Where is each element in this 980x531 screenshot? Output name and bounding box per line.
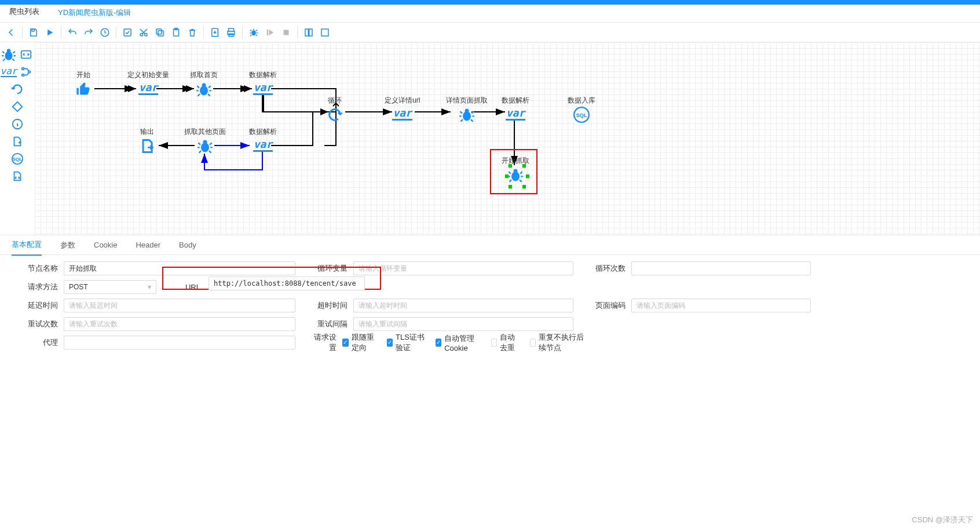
svg-point-35 (511, 172, 520, 181)
cut-icon[interactable] (136, 25, 151, 40)
export-icon[interactable] (207, 25, 222, 40)
copy-icon[interactable] (152, 25, 167, 40)
chevron-down-icon: ▾ (148, 283, 151, 291)
step-icon[interactable] (262, 25, 277, 40)
palette-info-icon[interactable] (10, 117, 25, 132)
cb-auto-dedup[interactable]: 自动去重 (491, 332, 520, 353)
layout1-icon[interactable] (301, 25, 316, 40)
palette-sql-icon[interactable]: SQL (10, 151, 25, 166)
input-node-name[interactable] (64, 261, 295, 275)
tab-params[interactable]: 参数 (60, 235, 75, 255)
redo-icon[interactable] (81, 25, 96, 40)
svg-rect-17 (309, 29, 312, 36)
input-retry-interval[interactable] (353, 317, 573, 331)
debug-icon[interactable] (246, 25, 261, 40)
paste-icon[interactable] (169, 25, 184, 40)
svg-point-28 (202, 83, 206, 88)
svg-rect-16 (305, 29, 308, 36)
form-area: 节点名称 请求方法 POST ▾ URL 延迟时间 重 (0, 255, 980, 359)
palette-bug-icon[interactable] (1, 47, 16, 62)
svg-point-20 (7, 49, 11, 53)
save-icon[interactable] (26, 25, 41, 40)
node-to-db[interactable]: 数据入库 SQL (568, 96, 595, 123)
palette-script-icon[interactable] (10, 169, 25, 184)
node-loop[interactable]: 循环 (327, 96, 343, 123)
palette-var-icon[interactable]: var (1, 64, 16, 79)
undo-icon[interactable] (65, 25, 80, 40)
palette-code-icon[interactable] (19, 47, 34, 62)
node-crawl-other[interactable]: 抓取其他页面 (184, 127, 226, 154)
palette-diamond-icon[interactable] (10, 99, 25, 114)
input-timeout[interactable] (353, 299, 573, 312)
node-parse1[interactable]: 数据解析 var (249, 70, 277, 95)
bug-icon (197, 138, 213, 154)
input-loop-count[interactable] (631, 261, 811, 275)
node-output[interactable]: 输出 (139, 127, 155, 154)
label-delay: 延迟时间 (6, 300, 64, 311)
input-url[interactable] (209, 277, 365, 290)
tab-edit[interactable]: YD新闻爬虫新版-编辑 (49, 3, 140, 22)
palette-branch-icon[interactable] (19, 64, 34, 79)
back-icon[interactable] (3, 25, 19, 40)
svg-point-4 (145, 33, 148, 36)
svg-point-3 (140, 33, 143, 36)
print-icon[interactable] (224, 25, 239, 40)
node-def-init-var[interactable]: 定义初始变量 var (127, 70, 169, 95)
node-crawl-home[interactable]: 抓取首页 (190, 70, 218, 97)
select-all-icon[interactable] (120, 25, 135, 40)
label-page-encoding: 页面编码 (585, 300, 631, 311)
svg-point-36 (514, 169, 518, 173)
tab-basic[interactable]: 基本配置 (12, 235, 42, 256)
palette-loop-icon[interactable] (10, 82, 25, 97)
thumbs-up-icon (75, 81, 92, 97)
loop-icon (327, 107, 343, 123)
input-page-encoding[interactable] (631, 299, 811, 312)
tab-cookie[interactable]: Cookie (94, 236, 117, 254)
input-retry[interactable] (64, 317, 295, 331)
delete-icon[interactable] (185, 25, 200, 40)
select-method[interactable]: POST ▾ (64, 280, 156, 294)
tab-body[interactable]: Body (179, 236, 196, 254)
svg-point-27 (200, 86, 208, 95)
node-parse3[interactable]: 数据解析 var (249, 127, 277, 152)
cb-tls-verify[interactable]: TLS证书验证 (387, 332, 425, 353)
node-detail-crawl[interactable]: 详情页面抓取 (446, 96, 488, 123)
bug-icon (196, 81, 212, 97)
svg-rect-6 (156, 29, 162, 34)
layout2-icon[interactable] (317, 25, 332, 40)
bug-icon (507, 167, 524, 183)
tab-list[interactable]: 爬虫列表 (0, 2, 49, 22)
label-timeout: 超时时间 (307, 300, 353, 311)
svg-point-19 (5, 52, 13, 60)
node-start-crawl[interactable]: 开始抓取 (502, 156, 529, 183)
label-loop-var: 循环变量 (307, 263, 353, 274)
label-proxy: 代理 (6, 337, 64, 348)
tab-header[interactable]: Header (136, 236, 160, 254)
input-delay[interactable] (64, 299, 295, 312)
svg-point-33 (201, 143, 209, 152)
label-retry: 重试次数 (6, 319, 64, 329)
page-tabs: 爬虫列表 YD新闻爬虫新版-编辑 (0, 5, 980, 23)
history-icon[interactable] (97, 25, 112, 40)
flow-canvas[interactable]: 开始 定义初始变量 var 抓取首页 数据解析 var 循环 定义详情url v… (35, 42, 980, 235)
node-start[interactable]: 开始 (75, 70, 92, 97)
cb-follow-redirect[interactable]: 跟随重定向 (342, 332, 376, 353)
cb-auto-cookie[interactable]: 自动管理Cookie (436, 333, 481, 352)
toolbar (0, 23, 980, 42)
svg-point-30 (465, 109, 469, 113)
node-parse2[interactable]: 数据解析 var (502, 96, 529, 121)
input-proxy[interactable] (64, 336, 295, 350)
stop-icon[interactable] (279, 25, 294, 40)
label-req-settings: 请求设置 (307, 332, 342, 353)
label-url: URL (182, 283, 205, 292)
node-def-detail-url[interactable]: 定义详情url var (385, 96, 420, 121)
sql-icon: SQL (573, 107, 590, 123)
cb-repeat-no-exec[interactable]: 重复不执行后续节点 (530, 332, 585, 353)
play-icon[interactable] (42, 25, 57, 40)
svg-point-23 (22, 74, 24, 77)
input-loop-var[interactable] (353, 261, 573, 275)
svg-point-24 (28, 71, 31, 73)
svg-rect-0 (32, 29, 35, 31)
palette-output-icon[interactable] (10, 134, 25, 149)
svg-rect-18 (321, 29, 328, 36)
